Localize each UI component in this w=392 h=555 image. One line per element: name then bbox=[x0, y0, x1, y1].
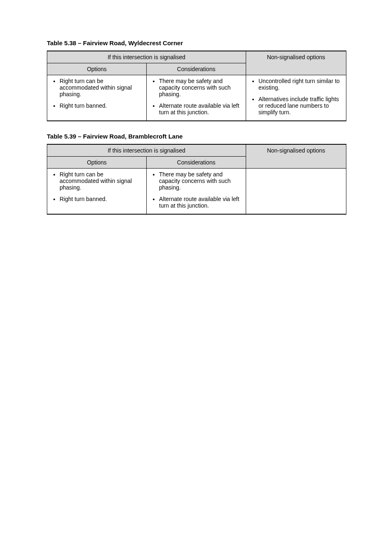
table-header-row: If this intersection is signalised Non-s… bbox=[47, 51, 346, 63]
list-item: Right turn can be accommodated within si… bbox=[60, 171, 143, 191]
cell-options: Right turn can be accommodated within si… bbox=[47, 75, 147, 121]
subheader-options: Options bbox=[47, 63, 147, 75]
table-title: Table 5.38 – Fairview Road, Wyldecrest C… bbox=[47, 39, 392, 46]
header-nonsignalised: Non-signalised options bbox=[246, 51, 346, 75]
header-signalised: If this intersection is signalised bbox=[47, 144, 246, 157]
header-nonsignalised: Non-signalised options bbox=[246, 144, 346, 169]
list-item: Alternatives include traffic lights or r… bbox=[258, 96, 343, 116]
list-item: There may be safety and capacity concern… bbox=[159, 171, 242, 191]
subheader-considerations: Considerations bbox=[147, 157, 246, 169]
table-body-row: Right turn can be accommodated within si… bbox=[47, 75, 346, 121]
table-title: Table 5.39 – Fairview Road, Bramblecroft… bbox=[47, 133, 392, 140]
list-item: Right turn banned. bbox=[60, 196, 143, 202]
cell-nonsignalised: Uncontrolled right turn similar to exist… bbox=[246, 75, 346, 121]
cell-nonsignalised bbox=[246, 169, 346, 215]
header-signalised: If this intersection is signalised bbox=[47, 51, 246, 63]
cell-considerations: There may be safety and capacity concern… bbox=[147, 169, 246, 215]
list-item: Alternate route available via left turn … bbox=[159, 196, 242, 209]
list-item: There may be safety and capacity concern… bbox=[159, 78, 242, 97]
list-item: Uncontrolled right turn similar to exist… bbox=[258, 78, 343, 91]
signal-table: If this intersection is signalised Non-s… bbox=[47, 144, 346, 215]
signal-table: If this intersection is signalised Non-s… bbox=[47, 51, 346, 121]
cell-considerations: There may be safety and capacity concern… bbox=[147, 75, 246, 121]
list-item: Alternate route available via left turn … bbox=[159, 102, 242, 116]
list-item: Right turn banned. bbox=[60, 102, 143, 109]
subheader-considerations: Considerations bbox=[147, 63, 246, 75]
list-item: Right turn can be accommodated within si… bbox=[60, 78, 143, 97]
subheader-options: Options bbox=[47, 157, 147, 169]
cell-options: Right turn can be accommodated within si… bbox=[47, 169, 147, 215]
table-body-row: Right turn can be accommodated within si… bbox=[47, 169, 346, 215]
table-header-row: If this intersection is signalised Non-s… bbox=[47, 144, 346, 157]
